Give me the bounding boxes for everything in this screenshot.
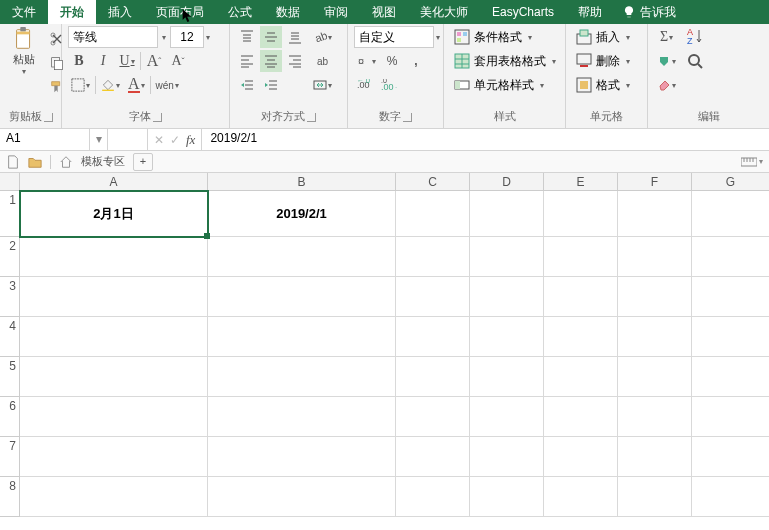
- fill-button[interactable]: [654, 50, 679, 72]
- cell-F1[interactable]: [618, 191, 692, 237]
- phonetic-button[interactable]: wén: [153, 74, 182, 96]
- cell-G4[interactable]: [692, 317, 769, 357]
- cell-E6[interactable]: [544, 397, 618, 437]
- cell-F5[interactable]: [618, 357, 692, 397]
- grow-font-button[interactable]: Aˆ: [143, 50, 165, 72]
- tab-home[interactable]: 开始: [48, 0, 96, 24]
- cell-B2[interactable]: [208, 237, 396, 277]
- cell-G5[interactable]: [692, 357, 769, 397]
- fill-color-button[interactable]: [98, 74, 123, 96]
- cell-D2[interactable]: [470, 237, 544, 277]
- tab-formulas[interactable]: 公式: [216, 0, 264, 24]
- row-header-6[interactable]: 6: [0, 397, 20, 437]
- tab-beautify[interactable]: 美化大师: [408, 0, 480, 24]
- row-header-1[interactable]: 1: [0, 191, 20, 237]
- cell-A7[interactable]: [20, 437, 208, 477]
- comma-button[interactable]: ,: [405, 50, 427, 72]
- cell-E7[interactable]: [544, 437, 618, 477]
- col-header-B[interactable]: B: [208, 173, 396, 191]
- cell-B1[interactable]: 2019/2/1: [208, 191, 396, 237]
- cell-E2[interactable]: [544, 237, 618, 277]
- open-folder-icon[interactable]: [28, 155, 42, 169]
- italic-button[interactable]: I: [92, 50, 114, 72]
- cancel-formula-button[interactable]: ✕: [154, 133, 164, 147]
- cell-C5[interactable]: [396, 357, 470, 397]
- indent-button[interactable]: [260, 74, 282, 96]
- template-zone-link[interactable]: 模板专区: [81, 154, 125, 169]
- cell-B5[interactable]: [208, 357, 396, 397]
- delete-cells-button[interactable]: 删除▾: [572, 50, 634, 72]
- conditional-format-button[interactable]: 条件格式▾: [450, 26, 536, 48]
- cell-E1[interactable]: [544, 191, 618, 237]
- cell-F7[interactable]: [618, 437, 692, 477]
- cell-F3[interactable]: [618, 277, 692, 317]
- cell-C2[interactable]: [396, 237, 470, 277]
- cell-G8[interactable]: [692, 477, 769, 517]
- clear-button[interactable]: [654, 74, 679, 96]
- cell-F6[interactable]: [618, 397, 692, 437]
- cell-E3[interactable]: [544, 277, 618, 317]
- orientation-button[interactable]: ab: [310, 26, 335, 48]
- ruler-icon[interactable]: [741, 156, 757, 168]
- tab-file[interactable]: 文件: [0, 0, 48, 24]
- number-format-select[interactable]: [354, 26, 434, 48]
- cell-E5[interactable]: [544, 357, 618, 397]
- merge-button[interactable]: [310, 74, 335, 96]
- align-top-button[interactable]: [236, 26, 258, 48]
- font-color-button[interactable]: A: [125, 74, 148, 96]
- cell-D3[interactable]: [470, 277, 544, 317]
- tab-insert[interactable]: 插入: [96, 0, 144, 24]
- cell-D5[interactable]: [470, 357, 544, 397]
- cell-B3[interactable]: [208, 277, 396, 317]
- cell-C8[interactable]: [396, 477, 470, 517]
- percent-button[interactable]: %: [381, 50, 403, 72]
- underline-button[interactable]: U: [116, 50, 138, 72]
- cell-A1[interactable]: 2月1日: [20, 191, 208, 237]
- col-header-D[interactable]: D: [470, 173, 544, 191]
- cell-A3[interactable]: [20, 277, 208, 317]
- align-left-button[interactable]: [236, 50, 258, 72]
- increase-decimal-button[interactable]: .00←.0: [354, 74, 376, 96]
- outdent-button[interactable]: [236, 74, 258, 96]
- cell-F8[interactable]: [618, 477, 692, 517]
- name-box[interactable]: A1: [0, 129, 90, 150]
- tab-easycharts[interactable]: EasyCharts: [480, 0, 566, 24]
- font-name-input[interactable]: [68, 26, 158, 48]
- paste-button[interactable]: 粘贴 ▾: [6, 26, 42, 76]
- align-right-button[interactable]: [284, 50, 306, 72]
- format-painter-button[interactable]: [46, 76, 68, 98]
- cell-C4[interactable]: [396, 317, 470, 357]
- tab-data[interactable]: 数据: [264, 0, 312, 24]
- col-header-E[interactable]: E: [544, 173, 618, 191]
- fx-icon[interactable]: fx: [186, 132, 195, 148]
- cell-C3[interactable]: [396, 277, 470, 317]
- cell-A5[interactable]: [20, 357, 208, 397]
- insert-cells-button[interactable]: 插入▾: [572, 26, 634, 48]
- autosum-button[interactable]: Σ: [654, 26, 679, 48]
- tab-view[interactable]: 视图: [360, 0, 408, 24]
- row-header-2[interactable]: 2: [0, 237, 20, 277]
- formula-input[interactable]: 2019/2/1: [202, 129, 769, 150]
- cell-F4[interactable]: [618, 317, 692, 357]
- cell-A4[interactable]: [20, 317, 208, 357]
- cell-G3[interactable]: [692, 277, 769, 317]
- add-sheet-button[interactable]: +: [133, 153, 153, 171]
- cell-B4[interactable]: [208, 317, 396, 357]
- tab-review[interactable]: 审阅: [312, 0, 360, 24]
- cell-A6[interactable]: [20, 397, 208, 437]
- cell-B6[interactable]: [208, 397, 396, 437]
- cell-G6[interactable]: [692, 397, 769, 437]
- cell-E4[interactable]: [544, 317, 618, 357]
- name-box-dropdown[interactable]: ▾: [90, 129, 108, 150]
- new-sheet-icon[interactable]: [6, 155, 20, 169]
- cell-E8[interactable]: [544, 477, 618, 517]
- row-header-7[interactable]: 7: [0, 437, 20, 477]
- cell-G7[interactable]: [692, 437, 769, 477]
- find-select-button[interactable]: [683, 50, 707, 72]
- row-header-3[interactable]: 3: [0, 277, 20, 317]
- cell-C1[interactable]: [396, 191, 470, 237]
- shrink-font-button[interactable]: Aˇ: [167, 50, 189, 72]
- cell-D8[interactable]: [470, 477, 544, 517]
- cell-C7[interactable]: [396, 437, 470, 477]
- table-format-button[interactable]: 套用表格格式▾: [450, 50, 560, 72]
